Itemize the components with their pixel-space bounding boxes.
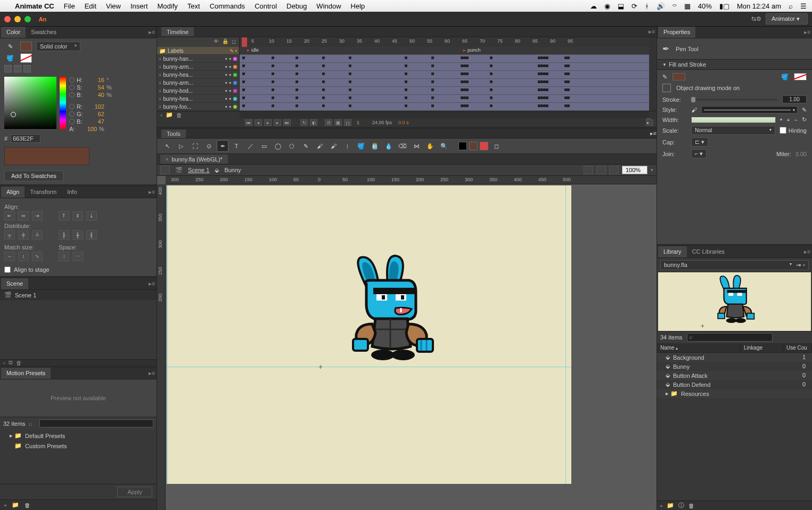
new-folder-layer-icon[interactable]: 📁 (166, 111, 173, 118)
apply-button[interactable]: Apply (117, 487, 152, 497)
layer-track[interactable] (240, 71, 649, 79)
h-value[interactable]: 16 (86, 77, 104, 83)
zoom-window-button[interactable] (24, 16, 31, 22)
preset-folder-default[interactable]: ▸ 📁 Default Presets (0, 431, 157, 441)
scene-panel-menu-icon[interactable]: ▸≡ (147, 278, 157, 289)
close-window-button[interactable] (4, 16, 11, 22)
stroke-tool-icon[interactable]: ✎ (4, 42, 16, 51)
pencil-tool-icon[interactable]: ✎ (300, 140, 311, 152)
stage[interactable]: + (167, 185, 571, 484)
spotlight-icon[interactable]: ⌕ (789, 2, 793, 10)
pen-tool-icon[interactable]: ✒ (217, 140, 228, 152)
color-field[interactable] (4, 77, 56, 129)
b-value[interactable]: 40 (86, 92, 104, 98)
align-to-stage-checkbox[interactable] (4, 266, 11, 273)
color-panel-menu-icon[interactable]: ▸≡ (147, 27, 157, 38)
col-name[interactable]: Name ▴ (657, 343, 741, 352)
align-bottom-icon[interactable]: ⤓ (86, 211, 97, 221)
new-folder-lib-icon[interactable]: 📁 (667, 502, 674, 509)
edit-style-icon[interactable]: ✎ (802, 107, 807, 114)
h-radio[interactable] (69, 77, 75, 83)
goto-first-icon[interactable]: ⏮ (245, 119, 252, 126)
menu-modify[interactable]: Modify (158, 2, 178, 10)
center-stage-icon[interactable] (609, 166, 619, 174)
swap-color-tool-chip[interactable] (480, 142, 488, 150)
library-panel-menu-icon[interactable]: ▸≡ (802, 246, 812, 257)
menu-extras-icon[interactable]: ☰ (800, 2, 807, 10)
tab-motion-presets[interactable]: Motion Presets (1, 368, 51, 379)
onion-skin-icon[interactable]: ◐ (310, 119, 317, 126)
minimize-window-button[interactable] (14, 16, 21, 22)
library-item[interactable]: ⬙ Button Defend0 (657, 380, 812, 389)
clock[interactable]: Mon 12:24 am (737, 2, 781, 10)
b-radio[interactable] (69, 92, 75, 98)
stage-viewport[interactable]: + (166, 184, 657, 510)
dist-vcenter-icon[interactable]: ╪ (18, 230, 29, 240)
menu-control[interactable]: Control (255, 2, 277, 10)
dropbox-icon[interactable]: ⬓ (618, 2, 624, 10)
motion-search-input[interactable] (39, 419, 153, 427)
width-remove-icon[interactable]: − (794, 117, 798, 123)
subselection-tool-icon[interactable]: ▷ (175, 140, 187, 152)
visibility-column-icon[interactable]: 👁 (214, 38, 219, 46)
text-tool-icon[interactable]: T (231, 140, 242, 152)
dist-hcenter-icon[interactable]: ╫ (72, 230, 83, 240)
align-left-icon[interactable]: ⇤ (4, 211, 15, 221)
layer-track[interactable] (240, 87, 649, 95)
play-icon[interactable]: ▸ (264, 119, 272, 126)
col-linkage[interactable]: Linkage (741, 343, 783, 352)
symbol-crumb[interactable]: Bunny (224, 167, 241, 173)
document-tab[interactable]: × bunny.fla (WebGL)* (160, 155, 228, 164)
sync-settings-icon[interactable]: ⇆⚙ (751, 15, 761, 22)
vertical-ruler[interactable]: 400350300250200 (157, 184, 166, 510)
menu-commands[interactable]: Commands (210, 2, 245, 10)
object-drawing-icon[interactable] (662, 84, 671, 92)
library-item[interactable]: ⬙ Bunny0 (657, 362, 812, 371)
g-radio[interactable] (69, 111, 75, 117)
selection-tool-icon[interactable]: ↖ (161, 140, 173, 152)
menu-insert[interactable]: Insert (130, 2, 148, 10)
layer-item[interactable]: ▫bunny-foo...•• (157, 103, 240, 111)
edit-scene-icon[interactable] (584, 166, 593, 174)
match-width-icon[interactable]: ↔ (4, 252, 15, 261)
library-doc-select[interactable]: bunny.fla▾ ⇥ ▫ (660, 260, 809, 270)
g-value[interactable]: 62 (86, 111, 104, 117)
brush-style-icon[interactable]: 🖌 (691, 107, 697, 113)
delete-preset-icon[interactable]: 🗑 (24, 502, 30, 508)
dist-bottom-icon[interactable]: ╧ (32, 230, 43, 240)
library-item[interactable]: ▸ 📁 Resources (657, 389, 812, 398)
edit-multi-icon[interactable]: ▦ (334, 119, 342, 126)
tab-align[interactable]: Align (1, 187, 24, 198)
horizontal-ruler[interactable]: 3002502001501005005010015020025030035040… (166, 176, 657, 184)
tab-tools[interactable]: Tools (161, 129, 186, 138)
step-fwd-icon[interactable]: ▸ (274, 119, 281, 126)
tab-properties[interactable]: Properties (658, 27, 695, 38)
miter-value[interactable]: 3.00 (795, 151, 807, 157)
hue-slider[interactable] (60, 77, 66, 129)
default-colors-icon[interactable] (14, 65, 21, 72)
new-folder-icon[interactable]: 📁 (12, 501, 19, 508)
prop-stroke-color-chip[interactable] (672, 73, 685, 80)
object-drawing-toggle-icon[interactable]: ◻ (490, 140, 502, 152)
timeline-ruler[interactable]: 5101520253035404550556065707580859095 (240, 37, 649, 47)
ink-bottle-tool-icon[interactable]: 🫙 (369, 140, 381, 152)
polystar-tool-icon[interactable]: ⬠ (286, 140, 298, 152)
add-to-swatches-button[interactable]: Add To Swatches (4, 171, 63, 181)
control-center-icon[interactable]: ▦ (684, 2, 691, 10)
paint-brush-tool-icon[interactable]: 🖌 (327, 140, 339, 152)
menu-debug[interactable]: Debug (286, 2, 307, 10)
stroke-color-chip[interactable] (20, 42, 32, 51)
align-vcenter-icon[interactable]: ⇕ (72, 211, 83, 221)
stroke-weight-input[interactable] (782, 95, 807, 103)
layer-item[interactable]: ▫bunny-arm...•• (157, 63, 240, 71)
new-preset-icon[interactable]: ▫ (4, 502, 6, 508)
add-scene-icon[interactable]: ▫ (3, 360, 5, 366)
cc-icon[interactable]: ◉ (604, 2, 610, 10)
tab-color[interactable]: Color (1, 27, 26, 38)
battery-percent[interactable]: 40% (698, 2, 712, 10)
tab-timeline[interactable]: Timeline (161, 27, 194, 36)
guide-vertical[interactable] (565, 185, 566, 484)
cap-select[interactable]: ⊏ ▾ (691, 137, 708, 147)
lock-column-icon[interactable]: 🔒 (222, 38, 228, 46)
tab-transform[interactable]: Transform (24, 187, 62, 198)
